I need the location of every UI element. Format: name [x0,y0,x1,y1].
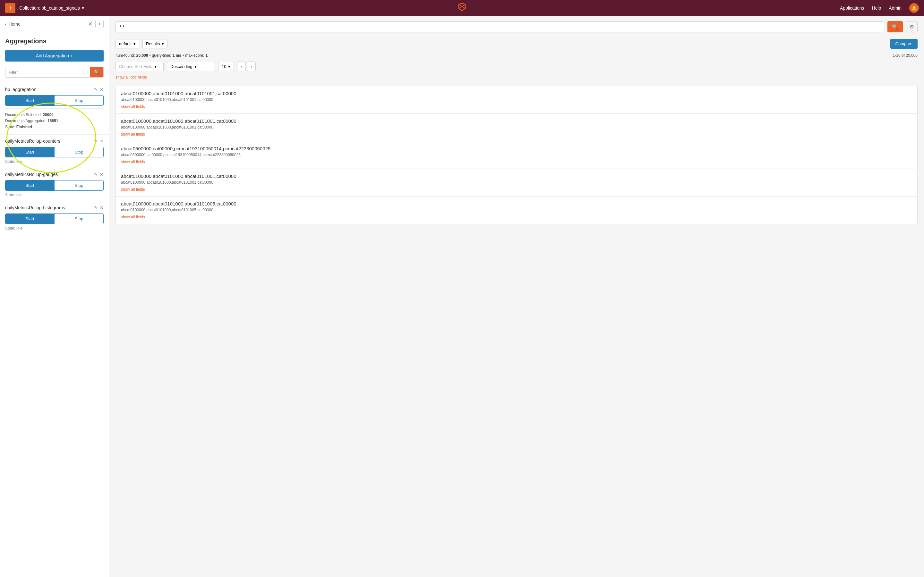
sort-field-select[interactable]: Choose Sort Field ▾ [115,62,164,71]
aggregation-item-gauges: dailyMetricsRollup-gauges ✎ ✕ Start Stop… [0,168,109,201]
search-button[interactable]: 🔍 [887,21,903,32]
settings-icon: ⚙ [909,24,914,29]
show-all-fields-link[interactable]: show all fields [121,215,145,219]
agg-name: dailyMetricsRollup-histograms [5,205,65,210]
result-subtitle: abcat0100000,abcat0101000,abcat0101001,c… [121,97,912,102]
agg-state: State: Idle [5,226,103,230]
bullet2: • [183,53,184,58]
agg-stop-button[interactable]: Stop [54,147,103,157]
bullet1: • [149,53,150,58]
admin-link[interactable]: Admin [889,5,901,11]
result-title: abcat0100000,abcat0101000,abcat0101001,c… [121,173,912,179]
agg-state: State: Finished [5,124,103,130]
sidebar-close-button[interactable]: ✕ [88,21,93,27]
default-select[interactable]: default ▾ [115,39,139,48]
agg-edit-button[interactable]: ✎ [94,172,98,177]
result-item: abcat0100000,abcat0101000,abcat0101001,c… [115,113,918,141]
result-title: abcat0100000,abcat0101000,abcat0101005,c… [121,201,912,206]
prev-page-button[interactable]: ‹ [237,61,246,71]
agg-start-button[interactable]: Start [5,95,54,105]
agg-stop-button[interactable]: Stop [54,214,103,224]
sort-order-chevron-icon: ▾ [194,64,197,69]
next-page-button[interactable]: › [247,61,256,71]
search-bar-row: 🔍 ⚙ [109,16,924,36]
result-title: abcat0500000,cat00000,pcmcat193100050014… [121,146,912,151]
agg-stats: Documents Selected: 20000 Documents Aggr… [5,112,103,131]
compare-button[interactable]: Compare [890,39,918,49]
result-item: abcat0100000,abcat0101000,abcat0101001,c… [115,86,918,113]
result-item: abcat0100000,abcat0101000,abcat0101001,c… [115,169,918,196]
max-score-label: max-score: [185,53,204,58]
results-label: Results [146,41,160,46]
agg-item-header: bb_aggregation ✎ ✕ [5,87,103,92]
results-list: abcat0100000,abcat0101000,abcat0101001,c… [109,83,924,227]
sidebar-header: ‹ Home ✕ + [0,16,109,32]
agg-edit-button[interactable]: ✎ [94,87,98,92]
filter-input[interactable] [5,67,90,77]
agg-state: State: Idle [5,159,103,164]
agg-delete-button[interactable]: ✕ [100,172,103,177]
num-found-value: 20,000 [136,53,148,58]
num-found-label: num-found: [115,53,135,58]
filter-row: 🔍 [5,67,103,77]
collection-label: Collection: bb_catalog_signals [19,5,80,11]
result-title: abcat0100000,abcat0101000,abcat0101001,c… [121,91,912,96]
agg-delete-button[interactable]: ✕ [100,205,103,210]
filter-search-icon: 🔍 [94,69,99,75]
agg-start-stop-row: Start Stop [5,213,103,224]
agg-start-button[interactable]: Start [5,181,54,190]
search-input[interactable] [115,21,884,32]
result-item: abcat0500000,cat00000,pcmcat193100050014… [115,141,918,169]
sort-order-select[interactable]: Descending ▾ [167,62,215,71]
agg-stop-button[interactable]: Stop [54,181,103,190]
agg-item-header: dailyMetricsRollup-gauges ✎ ✕ [5,172,103,177]
query-time-label: query-time: [152,53,171,58]
sidebar-plus-button[interactable]: + [95,20,103,28]
show-all-fields-link[interactable]: show all fields [121,187,145,192]
aggregation-item-bb-aggregation: bb_aggregation ✎ ✕ Start Stop Documents … [0,83,109,134]
pagination-info: 1-10 of 20,000 [893,53,918,58]
aggregation-item-counters: dailyMetricsRollup-counters ✎ ✕ Start St… [0,134,109,168]
agg-delete-button[interactable]: ✕ [100,87,103,92]
collection-selector[interactable]: Collection: bb_catalog_signals ▾ [19,5,84,11]
help-link[interactable]: Help [872,5,881,11]
sidebar-header-actions: ✕ + [88,20,103,28]
agg-item-actions: ✎ ✕ [94,172,103,177]
show-all-fields-link[interactable]: show all fields [121,105,145,109]
agg-stop-button[interactable]: Stop [54,95,103,105]
results-select[interactable]: Results ▾ [142,39,168,48]
agg-start-stop-row: Start Stop [5,95,103,106]
agg-edit-button[interactable]: ✎ [94,205,98,210]
aggregation-item-histograms: dailyMetricsRollup-histograms ✎ ✕ Start … [0,201,109,234]
result-item: abcat0100000,abcat0101000,abcat0101005,c… [115,196,918,224]
aggregations-title: Aggregations [0,32,109,47]
agg-name: dailyMetricsRollup-gauges [5,172,58,177]
show-all-fields-link[interactable]: show all fields [121,132,145,137]
notifications-button[interactable]: 🔔 [909,3,919,13]
search-settings-button[interactable]: ⚙ [906,21,918,32]
agg-item-header: dailyMetricsRollup-counters ✎ ✕ [5,139,103,143]
agg-name: bb_aggregation [5,87,36,92]
agg-item-actions: ✎ ✕ [94,205,103,210]
sidebar: ‹ Home ✕ + Aggregations Add Aggregation … [0,16,109,577]
show-all-fields-link[interactable]: show all fields [121,160,145,164]
back-icon: ‹ [5,21,7,27]
add-aggregation-button[interactable]: Add Aggregation + [5,50,103,61]
show-all-doc-fields-link[interactable]: show all doc fields [115,75,918,79]
page-size-select[interactable]: 10 ▾ [218,62,234,71]
home-link[interactable]: ‹ Home [5,21,21,27]
docs-aggregated: Documents Aggregated: 15651 [5,118,103,124]
applications-link[interactable]: Applications [840,5,864,11]
agg-start-button[interactable]: Start [5,147,54,157]
agg-start-button[interactable]: Start [5,214,54,224]
home-label: Home [9,21,21,27]
agg-name: dailyMetricsRollup-counters [5,139,60,143]
agg-item-header: dailyMetricsRollup-histograms ✎ ✕ [5,205,103,210]
agg-edit-button[interactable]: ✎ [94,139,98,143]
max-score-value: 1 [206,53,208,58]
bell-icon: 🔔 [911,5,917,11]
filter-search-button[interactable]: 🔍 [90,67,103,77]
result-title: abcat0100000,abcat0101000,abcat0101001,c… [121,118,912,124]
agg-delete-button[interactable]: ✕ [100,139,103,143]
navbar-add-button[interactable]: + [5,3,15,13]
